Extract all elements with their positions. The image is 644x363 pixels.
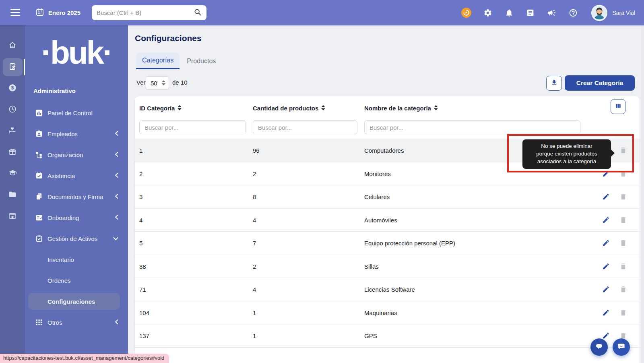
edit-pencil-icon[interactable] (602, 286, 610, 293)
sidebar-item-inventario[interactable]: Inventario (25, 249, 128, 270)
rail-item-training[interactable] (0, 163, 25, 185)
rail-item-marketplace[interactable] (0, 206, 25, 227)
calendar-check-icon (35, 172, 43, 180)
sidebar-item-gestion-de-activos[interactable]: Gestión de Activos (25, 228, 128, 249)
table-row[interactable]: 104 1 Maquinarias (135, 301, 640, 325)
create-category-button[interactable]: Crear Categoría (565, 75, 635, 91)
sidebar-item-otros[interactable]: Otros (25, 312, 128, 333)
home-icon (8, 41, 17, 51)
rail-item-gifts[interactable] (0, 142, 25, 163)
delete-trash-icon[interactable] (619, 309, 627, 316)
topbar: Enero 2025 Sara Vial (0, 0, 644, 25)
cell-category-name: Maquinarias (364, 309, 397, 316)
messenger-button[interactable] (613, 338, 630, 356)
help-icon[interactable] (568, 7, 578, 18)
sidebar-item-empleados[interactable]: Empleados (25, 123, 128, 144)
sidebar-item-organizacion[interactable]: Organización (25, 144, 128, 165)
buk-logo: ·buk· (25, 27, 128, 79)
rail-item-asset-management[interactable] (0, 56, 25, 78)
rail-item-benefits[interactable] (0, 120, 25, 142)
filter-name-input[interactable] (364, 120, 580, 134)
edit-pencil-icon[interactable] (602, 309, 610, 316)
table-row[interactable]: 38 2 Sillas (135, 255, 640, 278)
id-badge-icon (35, 130, 43, 138)
filter-id-input[interactable] (139, 120, 246, 134)
announcements-megaphone-icon[interactable] (546, 7, 557, 18)
filter-count-input[interactable] (253, 120, 357, 134)
table-row[interactable]: 137 1 GPS (135, 324, 640, 348)
gift-icon (8, 147, 17, 158)
column-header-id[interactable]: ID Categoría (139, 105, 182, 112)
search-icon (194, 8, 202, 18)
sidebar-item-documentos-y-firma[interactable]: Documentos y Firma (25, 186, 128, 207)
documents-icon (35, 193, 43, 201)
settings-gear-icon[interactable] (482, 7, 493, 18)
period-selector[interactable]: Enero 2025 (35, 0, 80, 25)
edit-pencil-icon[interactable] (602, 216, 610, 224)
delete-trash-icon[interactable] (619, 286, 627, 293)
edit-pencil-icon[interactable] (602, 170, 610, 177)
rail-item-payments[interactable]: $ (0, 78, 25, 99)
edit-pencil-icon[interactable] (602, 262, 610, 270)
rail-item-home[interactable] (0, 35, 25, 56)
search-input[interactable] (97, 9, 194, 16)
folder-icon (8, 190, 17, 201)
tabs: Categorías Productos (136, 53, 223, 69)
delete-trash-icon[interactable] (619, 170, 627, 177)
edit-pencil-icon[interactable] (602, 147, 610, 154)
edit-pencil-icon[interactable] (602, 239, 610, 247)
cell-product-count: 96 (253, 147, 260, 154)
documentation-icon[interactable] (525, 7, 536, 18)
delete-trash-icon[interactable] (619, 193, 627, 201)
cell-category-name: GPS (364, 332, 377, 339)
download-button[interactable] (546, 76, 562, 91)
rail-item-time[interactable] (0, 99, 25, 120)
download-icon (551, 79, 558, 88)
delete-disabled-tooltip: No se puede eliminar porque existen prod… (522, 139, 611, 169)
scrollbar-gutter[interactable] (641, 25, 644, 363)
svg-text:$: $ (11, 85, 14, 91)
hand-heart-icon (8, 126, 17, 137)
cell-category-id: 1 (139, 147, 142, 154)
cell-product-count: 2 (253, 170, 256, 177)
cell-category-name: Equipo protección personal (EPP) (364, 240, 455, 247)
chat-button[interactable] (590, 338, 608, 356)
cell-product-count: 1 (253, 332, 256, 339)
cell-category-name: Sillas (364, 263, 379, 270)
notifications-bell-icon[interactable] (504, 7, 514, 18)
rewards-icon[interactable] (461, 7, 472, 18)
table-row[interactable]: 5 7 Equipo protección personal (EPP) (135, 232, 640, 255)
sidebar-item-ordenes[interactable]: Órdenes (25, 270, 128, 291)
avatar[interactable] (591, 5, 607, 21)
rail-item-files[interactable] (0, 185, 25, 206)
table-row[interactable]: 4 4 Automóviles (135, 209, 640, 232)
sidebar-section-label: Administrativo (33, 87, 128, 94)
main-content: Configuraciones Categorías Productos Ver… (128, 25, 641, 363)
sidebar-item-configuraciones[interactable]: Configuraciones (25, 291, 128, 312)
sidebar-item-onboarding[interactable]: Onboarding (25, 207, 128, 228)
chevron-left-icon (115, 214, 118, 221)
table-row[interactable]: 3 8 Celulares (135, 185, 640, 209)
sidebar-item-panel-de-control[interactable]: Panel de Control (25, 102, 128, 123)
grid-icon (35, 318, 43, 326)
edit-pencil-icon[interactable] (602, 332, 610, 340)
table-row[interactable]: 71 4 Licencias Software (135, 278, 640, 301)
chevron-left-icon (115, 172, 118, 179)
delete-trash-icon[interactable] (619, 216, 627, 224)
column-header-name[interactable]: Nombre de la categoría (364, 105, 438, 112)
delete-trash-icon[interactable] (619, 239, 627, 247)
column-settings-button[interactable] (611, 99, 625, 114)
cell-category-id: 38 (139, 263, 146, 270)
menu-toggle-button[interactable] (10, 9, 20, 16)
speech-bubble-icon (595, 342, 603, 352)
tab-productos[interactable]: Productos (180, 53, 223, 69)
delete-trash-icon[interactable] (619, 147, 627, 154)
page-size-select[interactable]: 50 (146, 76, 169, 90)
delete-trash-icon[interactable] (619, 262, 627, 270)
cell-category-name: Celulares (364, 193, 390, 200)
edit-pencil-icon[interactable] (602, 193, 610, 201)
column-header-count[interactable]: Cantidad de productos (253, 105, 325, 112)
tab-categorias[interactable]: Categorías (136, 53, 180, 69)
cell-category-id: 2 (139, 170, 142, 177)
sidebar-item-asistencia[interactable]: Asistencia (25, 165, 128, 186)
